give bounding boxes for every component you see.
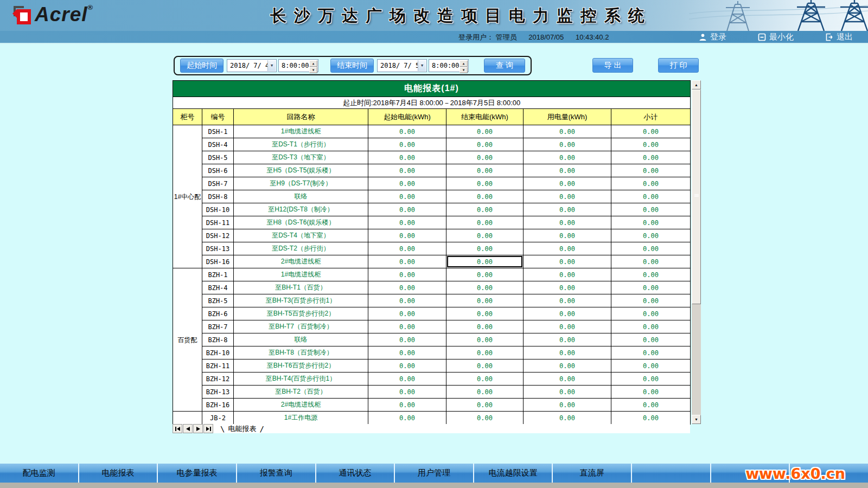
- cell-usage[interactable]: 0.00: [524, 346, 611, 359]
- cell-code[interactable]: BZH-11: [202, 359, 234, 373]
- cell-end-energy[interactable]: 0.00: [446, 333, 524, 346]
- sheet-prev-button[interactable]: [183, 424, 193, 433]
- cell-start-energy[interactable]: 0.00: [368, 320, 446, 333]
- cell-code[interactable]: BZH-8: [202, 333, 234, 346]
- start-time-spinner[interactable]: 8:00:00 ▲▼: [278, 59, 318, 72]
- cell-usage[interactable]: 0.00: [524, 151, 611, 164]
- cell-usage[interactable]: 0.00: [524, 203, 611, 216]
- cell-end-energy[interactable]: 0.00: [446, 138, 524, 151]
- cell-subtotal[interactable]: 0.00: [611, 177, 691, 190]
- cell-circuit[interactable]: 至DS-T2（步行街）: [234, 242, 368, 255]
- cell-end-energy[interactable]: 0.00: [446, 216, 524, 229]
- cell-circuit[interactable]: 联络: [234, 333, 368, 346]
- scroll-up-icon[interactable]: ▲: [692, 80, 701, 89]
- cell-usage[interactable]: 0.00: [524, 125, 611, 138]
- cell-usage[interactable]: 0.00: [524, 320, 611, 333]
- cell-start-energy[interactable]: 0.00: [368, 125, 446, 138]
- cell-end-energy[interactable]: 0.00: [446, 203, 524, 216]
- cell-circuit[interactable]: 2#电缆进线柜: [234, 255, 368, 268]
- cell-code[interactable]: DSH-10: [202, 203, 234, 216]
- cell-usage[interactable]: 0.00: [524, 177, 611, 190]
- cell-code[interactable]: DSH-16: [202, 255, 234, 268]
- cell-end-energy[interactable]: 0.00: [446, 177, 524, 190]
- cell-subtotal[interactable]: 0.00: [611, 125, 691, 138]
- cell-end-energy[interactable]: 0.00: [446, 294, 524, 307]
- cell-start-energy[interactable]: 0.00: [368, 359, 446, 373]
- minimize-button[interactable]: 最小化: [758, 32, 794, 42]
- cell-code[interactable]: BZH-12: [202, 373, 234, 386]
- cell-end-energy[interactable]: 0.00: [446, 373, 524, 386]
- cell-usage[interactable]: 0.00: [524, 281, 611, 294]
- cell-code[interactable]: DSH-6: [202, 164, 234, 177]
- cell-end-energy[interactable]: 0.00: [446, 359, 524, 373]
- cell-subtotal[interactable]: 0.00: [611, 281, 691, 294]
- cell-end-energy[interactable]: 0.00: [446, 164, 524, 177]
- cell-subtotal[interactable]: 0.00: [611, 412, 691, 425]
- cell-subtotal[interactable]: 0.00: [611, 203, 691, 216]
- cell-usage[interactable]: 0.00: [524, 242, 611, 255]
- spin-up-icon[interactable]: ▲: [309, 60, 317, 67]
- cell-start-energy[interactable]: 0.00: [368, 164, 446, 177]
- cell-start-energy[interactable]: 0.00: [368, 386, 446, 399]
- cell-start-energy[interactable]: 0.00: [368, 229, 446, 242]
- cell-end-energy[interactable]: 0.00: [446, 412, 524, 425]
- sheet-first-button[interactable]: [173, 424, 182, 433]
- cell-code[interactable]: DSH-4: [202, 138, 234, 151]
- cell-code[interactable]: DSH-11: [202, 216, 234, 229]
- nav-button-6[interactable]: 电流越限设置: [474, 464, 553, 483]
- cell-usage[interactable]: 0.00: [524, 307, 611, 320]
- cell-end-energy[interactable]: 0.00: [446, 386, 524, 399]
- scroll-down-icon[interactable]: ▼: [692, 415, 701, 424]
- print-button[interactable]: 打 印: [658, 58, 699, 73]
- cell-start-energy[interactable]: 0.00: [368, 242, 446, 255]
- cell-circuit[interactable]: 2#电缆进线柜: [234, 399, 368, 412]
- cell-code[interactable]: BZH-5: [202, 294, 234, 307]
- cell-usage[interactable]: 0.00: [524, 216, 611, 229]
- cell-usage[interactable]: 0.00: [524, 359, 611, 373]
- spin-down-icon[interactable]: ▼: [459, 67, 468, 73]
- chevron-down-icon[interactable]: ▼: [267, 60, 276, 71]
- cell-usage[interactable]: 0.00: [524, 373, 611, 386]
- nav-button-5[interactable]: 用户管理: [395, 464, 474, 483]
- end-date-select[interactable]: 2018/ 7/ 5 ▼: [377, 59, 427, 72]
- cell-usage[interactable]: 0.00: [524, 138, 611, 151]
- cell-end-energy[interactable]: 0.00: [446, 125, 524, 138]
- cell-end-energy[interactable]: 0.00: [446, 229, 524, 242]
- cell-usage[interactable]: 0.00: [524, 268, 611, 281]
- cell-circuit[interactable]: 至BH-T4(百货步行街1）: [234, 373, 368, 386]
- cell-end-energy[interactable]: 0.00: [446, 242, 524, 255]
- cell-start-energy[interactable]: 0.00: [368, 281, 446, 294]
- cell-circuit[interactable]: 1#电缆进线柜: [234, 125, 368, 138]
- vertical-scrollbar[interactable]: ▲ ▼: [692, 80, 701, 424]
- cell-circuit[interactable]: 至BH-T8（百货制冷）: [234, 346, 368, 359]
- cell-usage[interactable]: 0.00: [524, 294, 611, 307]
- cell-code[interactable]: BZH-10: [202, 346, 234, 359]
- cell-subtotal[interactable]: 0.00: [611, 386, 691, 399]
- cell-code[interactable]: DSH-8: [202, 190, 234, 203]
- cell-end-energy[interactable]: 0.00: [446, 190, 524, 203]
- spin-up-icon[interactable]: ▲: [459, 60, 468, 67]
- chevron-down-icon[interactable]: ▼: [418, 60, 426, 71]
- sheet-next-button[interactable]: [193, 424, 203, 433]
- scrollbar-thumb[interactable]: [692, 89, 701, 304]
- end-time-spinner[interactable]: 8:00:00 ▲▼: [429, 59, 469, 72]
- group-cell[interactable]: 1#中心配: [173, 125, 202, 268]
- cell-circuit[interactable]: 1#工作电源: [234, 412, 368, 425]
- cell-code[interactable]: BZH-16: [202, 399, 234, 412]
- cell-subtotal[interactable]: 0.00: [611, 138, 691, 151]
- cell-end-energy[interactable]: 0.00: [446, 320, 524, 333]
- cell-circuit[interactable]: 至BH-T5百货步行街2）: [234, 307, 368, 320]
- nav-button-1[interactable]: 电能报表: [79, 464, 158, 483]
- cell-start-energy[interactable]: 0.00: [368, 346, 446, 359]
- cell-end-energy[interactable]: 0.00: [446, 268, 524, 281]
- cell-code[interactable]: BZH-13: [202, 386, 234, 399]
- cell-end-energy[interactable]: 0.00: [446, 151, 524, 164]
- cell-code[interactable]: JB-2: [202, 412, 234, 425]
- nav-button-2[interactable]: 电参量报表: [158, 464, 237, 483]
- cell-code[interactable]: BZH-7: [202, 320, 234, 333]
- cell-start-energy[interactable]: 0.00: [368, 399, 446, 412]
- login-button[interactable]: 登录: [699, 32, 726, 42]
- cell-end-energy[interactable]: 0.00: [446, 281, 524, 294]
- cell-usage[interactable]: 0.00: [524, 412, 611, 425]
- cell-subtotal[interactable]: 0.00: [611, 229, 691, 242]
